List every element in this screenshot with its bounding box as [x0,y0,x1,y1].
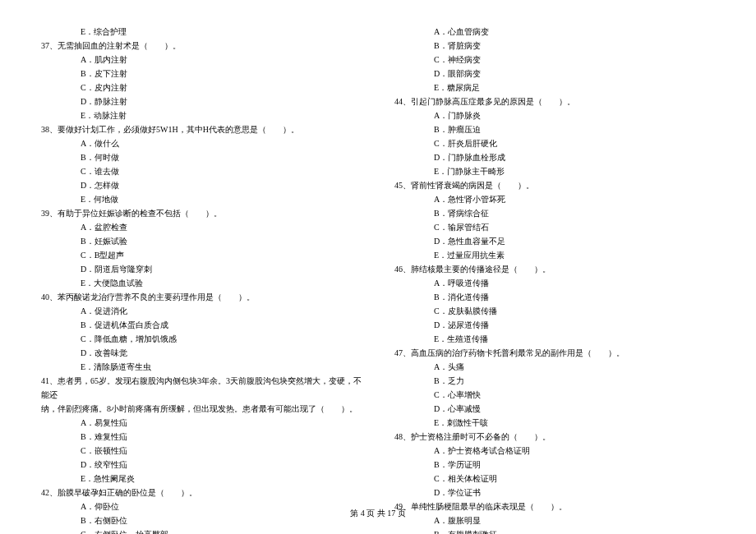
question-line: 45、肾前性肾衰竭的病因是（ ）。 [394,178,715,192]
page-footer: 第 4 页 共 17 页 [0,508,756,519]
answer-option: B．何时做 [41,150,362,164]
question-line: 41、患者男，65岁。发现右腹股沟内侧包块3年余。3天前腹股沟包块突然增大，变硬… [41,374,362,402]
answer-option: E．急性阑尾炎 [41,472,362,486]
answer-option: A．急性肾小管坏死 [394,192,715,206]
answer-option: D．学位证书 [394,486,715,499]
answer-option: D．门静脉血栓形成 [394,150,715,164]
answer-option: B．消化道传播 [394,290,715,304]
answer-option: B．妊娠试验 [41,234,362,248]
answer-option: A．肌内注射 [41,53,362,67]
answer-option: A．做什么 [41,136,362,150]
answer-option: B．乏力 [394,374,715,388]
answer-option: D．急性血容量不足 [394,234,715,248]
answer-option: E．糖尿病足 [394,81,715,94]
answer-option: E．何地做 [41,192,362,206]
question-line: 39、有助于异位妊娠诊断的检查不包括（ ）。 [41,206,362,220]
question-line: 40、苯丙酸诺龙治疗营养不良的主要药理作用是（ ）。 [41,290,362,304]
answer-option: D．心率减慢 [394,402,715,416]
answer-option: A．促进消化 [41,304,362,318]
answer-option: A．易复性疝 [41,416,362,430]
answer-option: D．改善味觉 [41,346,362,360]
answer-option: B．有腹膜刺激征 [394,527,715,534]
answer-option: B．促进机体蛋白质合成 [41,318,362,332]
answer-option: D．阴道后穹隆穿刺 [41,262,362,276]
answer-option: E．刺激性干咳 [394,416,715,430]
answer-option: E．过量应用抗生素 [394,248,715,262]
answer-option: B．肾脏病变 [394,39,715,53]
answer-option: E．动脉注射 [41,108,362,122]
answer-option: C．神经病变 [394,53,715,67]
answer-option: E．门静脉主干畸形 [394,164,715,178]
right-column: A．心血管病变B．肾脏病变C．神经病变D．眼部病变E．糖尿病足44、引起门静脉高… [394,25,715,534]
left-column: E．综合护理37、无需抽回血的注射术是（ ）。A．肌内注射B．皮下注射C．皮内注… [41,25,362,534]
answer-option: D．绞窄性疝 [41,458,362,472]
answer-option: E．大便隐血试验 [41,276,362,290]
answer-option: A．门静脉炎 [394,108,715,122]
answer-option: C．B型超声 [41,248,362,262]
answer-option: C．降低血糖，增加饥饿感 [41,332,362,346]
answer-option: B．肾病综合征 [394,206,715,220]
answer-option: E．综合护理 [41,25,362,39]
question-line: 38、要做好计划工作，必须做好5W1H，其中H代表的意思是（ ）。 [41,122,362,136]
answer-option: C．皮内注射 [41,81,362,94]
question-line: 47、高血压病的治疗药物卡托普利最常见的副作用是（ ）。 [394,346,715,360]
answer-option: B．皮下注射 [41,67,362,81]
question-line: 纳，伴剧烈疼痛。8小时前疼痛有所缓解，但出现发热。患者最有可能出现了（ ）。 [41,402,362,416]
answer-option: C．嵌顿性疝 [41,444,362,458]
answer-option: D．怎样做 [41,178,362,192]
answer-option: A．盆腔检查 [41,220,362,234]
answer-option: E．清除肠道寄生虫 [41,360,362,374]
answer-option: C．输尿管结石 [394,220,715,234]
answer-option: B．学历证明 [394,458,715,472]
question-line: 46、肺结核最主要的传播途径是（ ）。 [394,262,715,276]
answer-option: C．肝炎后肝硬化 [394,136,715,150]
answer-option: E．生殖道传播 [394,332,715,346]
question-line: 42、胎膜早破孕妇正确的卧位是（ ）。 [41,486,362,499]
answer-option: A．心血管病变 [394,25,715,39]
answer-option: B．肿瘤压迫 [394,122,715,136]
answer-option: C．左侧卧位，抬高臀部 [41,527,362,534]
answer-option: B．难复性疝 [41,430,362,444]
answer-option: A．呼吸道传播 [394,276,715,290]
answer-option: C．谁去做 [41,164,362,178]
answer-option: C．皮肤黏膜传播 [394,304,715,318]
question-line: 44、引起门静脉高压症最多见的原因是（ ）。 [394,94,715,108]
answer-option: C．相关体检证明 [394,472,715,486]
answer-option: C．心率增快 [394,388,715,402]
answer-option: A．头痛 [394,360,715,374]
question-line: 48、护士资格注册时可不必备的（ ）。 [394,430,715,444]
answer-option: A．护士资格考试合格证明 [394,444,715,458]
answer-option: D．泌尿道传播 [394,318,715,332]
question-line: 37、无需抽回血的注射术是（ ）。 [41,39,362,53]
answer-option: D．静脉注射 [41,94,362,108]
answer-option: D．眼部病变 [394,67,715,81]
